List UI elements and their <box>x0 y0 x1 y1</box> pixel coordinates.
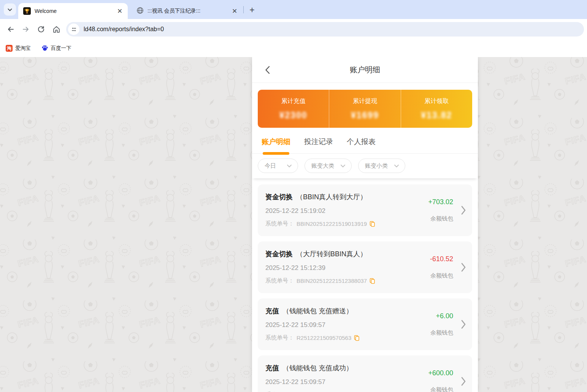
tab-title: :::视讯 会员下注纪录::: <box>148 8 230 14</box>
chevron-right-icon[interactable] <box>461 319 466 329</box>
record-type: 资金切换 <box>265 193 293 201</box>
filter-major-category-dropdown[interactable]: 账变大类 <box>305 159 352 173</box>
record-wallet: 余额钱包 <box>430 215 453 222</box>
tab-label: 个人报表 <box>347 138 376 146</box>
tab-search-button[interactable] <box>4 3 16 16</box>
chevron-down-icon <box>340 164 346 168</box>
tab-betting-records[interactable]: 投注记录 <box>304 137 333 153</box>
record-order-row: 系统单号： BBIN202512221512388037 <box>265 277 415 284</box>
summary-card: 累计充值 ¥2300 累计提现 ¥1699 累计领取 ¥13.82 <box>258 90 472 128</box>
browser-tab-welcome[interactable]: 🏆 Welcome ✕ <box>18 3 128 19</box>
record-detail: （BBIN真人转到大厅） <box>296 193 367 201</box>
account-panel: 账户明细 累计充值 ¥2300 累计提现 ¥1699 累计领取 ¥13.82 <box>252 57 478 392</box>
chevron-right-icon[interactable] <box>461 262 466 272</box>
forward-icon <box>22 25 30 33</box>
record-amount-block: -610.52 余额钱包 <box>430 255 453 279</box>
home-button[interactable] <box>49 22 64 37</box>
reload-button[interactable] <box>33 22 49 37</box>
summary-label: 累计提现 <box>353 97 377 105</box>
filter-label: 账变大类 <box>311 162 334 170</box>
chevron-right-icon[interactable] <box>461 205 466 215</box>
record-wallet: 余额钱包 <box>430 272 453 279</box>
record-title: 资金切换（大厅转到BBIN真人） <box>265 249 415 259</box>
record-row[interactable]: 充值（钱能钱包 充值赠送） 2025-12-22 15:09:57 系统单号： … <box>258 298 472 350</box>
summary-value-blurred: ¥13.82 <box>421 110 452 121</box>
page-background: FIFA 账户明细 累 <box>0 57 587 392</box>
record-order-row: 系统单号： R2512221509570563 <box>265 334 415 341</box>
record-amount: +703.02 <box>428 198 453 206</box>
close-icon[interactable]: ✕ <box>115 6 125 16</box>
tab-divider <box>243 6 244 13</box>
record-time: 2025-12-22 15:19:02 <box>265 207 415 215</box>
page-title: 账户明细 <box>350 65 380 75</box>
chevron-down-icon <box>287 164 292 168</box>
record-type: 充值 <box>265 307 279 315</box>
copy-icon[interactable] <box>370 221 375 227</box>
bookmark-label: 爱淘宝 <box>15 45 31 52</box>
new-tab-button[interactable]: + <box>246 4 258 16</box>
site-info-button[interactable] <box>68 24 79 35</box>
address-bar[interactable]: ld48.com/reports/index?tab=0 <box>66 22 584 37</box>
record-row[interactable]: 资金切换（大厅转到BBIN真人） 2025-12-22 15:12:39 系统单… <box>258 241 472 293</box>
record-wallet: 余额钱包 <box>430 386 453 392</box>
filter-minor-category-dropdown[interactable]: 账变小类 <box>358 159 405 173</box>
record-type: 资金切换 <box>265 250 293 258</box>
record-type: 充值 <box>265 364 279 372</box>
trophy-favicon-icon: 🏆 <box>23 7 31 15</box>
copy-icon[interactable] <box>370 278 375 284</box>
forward-button[interactable] <box>18 22 33 37</box>
summary-total-withdraw: 累计提现 ¥1699 <box>329 90 400 128</box>
record-amount-block: +6.00 余额钱包 <box>430 312 453 336</box>
record-amount-block: +703.02 余额钱包 <box>428 198 453 222</box>
page-back-button[interactable] <box>263 65 272 75</box>
bookmarks-bar: 淘 爱淘宝 百度一下 <box>0 40 587 57</box>
record-detail: （大厅转到BBIN真人） <box>296 250 367 258</box>
close-icon[interactable]: ✕ <box>230 6 240 16</box>
bookmark-baidu[interactable]: 百度一下 <box>41 44 71 52</box>
taobao-icon: 淘 <box>6 45 13 52</box>
filter-label: 今日 <box>265 162 276 170</box>
record-title: 充值（钱能钱包 充值赠送） <box>265 306 415 316</box>
tab-account-details[interactable]: 账户明细 <box>262 137 290 153</box>
active-tab-underline <box>263 152 289 155</box>
record-time: 2025-12-22 15:12:39 <box>265 264 415 272</box>
summary-label: 累计充值 <box>281 97 306 105</box>
record-wallet: 余额钱包 <box>430 329 453 336</box>
summary-value-blurred: ¥2300 <box>279 110 308 121</box>
copy-icon[interactable] <box>354 335 360 341</box>
record-amount: +6.00 <box>436 312 453 320</box>
record-list: 资金切换（BBIN真人转到大厅） 2025-12-22 15:19:02 系统单… <box>252 178 478 392</box>
back-button[interactable] <box>3 22 18 37</box>
summary-total-claimed: 累计领取 ¥13.82 <box>401 90 472 128</box>
record-amount: +600.00 <box>428 369 453 377</box>
bookmark-taobao[interactable]: 淘 爱淘宝 <box>6 45 31 52</box>
record-amount-block: +600.00 余额钱包 <box>428 369 453 392</box>
tab-label: 账户明细 <box>262 138 290 146</box>
panel-header: 账户明细 <box>252 57 478 83</box>
chevron-right-icon[interactable] <box>461 376 466 386</box>
order-number: BBIN202512221512388037 <box>297 278 367 284</box>
summary-label: 累计领取 <box>424 97 449 105</box>
record-detail: （钱能钱包 充值赠送） <box>282 307 353 315</box>
tab-personal-report[interactable]: 个人报表 <box>347 137 376 153</box>
record-detail: （钱能钱包 充值成功） <box>282 364 353 372</box>
home-icon <box>52 25 60 33</box>
record-time: 2025-12-22 15:09:57 <box>265 378 415 386</box>
order-prefix: 系统单号： <box>265 220 294 227</box>
browser-toolbar: ld48.com/reports/index?tab=0 <box>0 19 587 40</box>
tab-label: 投注记录 <box>304 138 333 146</box>
chevron-left-icon <box>265 66 270 74</box>
report-tabs: 账户明细 投注记录 个人报表 <box>252 128 478 154</box>
order-number: R2512221509570563 <box>297 335 351 341</box>
browser-tab-betting-record[interactable]: :::视讯 会员下注纪录::: ✕ <box>132 3 243 19</box>
order-prefix: 系统单号： <box>265 334 294 341</box>
record-row[interactable]: 充值（钱能钱包 充值成功） 2025-12-22 15:09:57 系统单号： … <box>258 355 472 392</box>
order-number: BBIN202512221519013919 <box>297 221 367 227</box>
reload-icon <box>37 25 45 33</box>
record-row[interactable]: 资金切换（BBIN真人转到大厅） 2025-12-22 15:19:02 系统单… <box>258 184 472 236</box>
chevron-down-icon <box>8 6 12 13</box>
filter-row: 今日 账变大类 账变小类 <box>252 154 478 178</box>
tab-title: Welcome <box>35 8 115 14</box>
filter-date-dropdown[interactable]: 今日 <box>258 159 298 173</box>
browser-tabstrip: 🏆 Welcome ✕ :::视讯 会员下注纪录::: ✕ + <box>0 0 587 19</box>
